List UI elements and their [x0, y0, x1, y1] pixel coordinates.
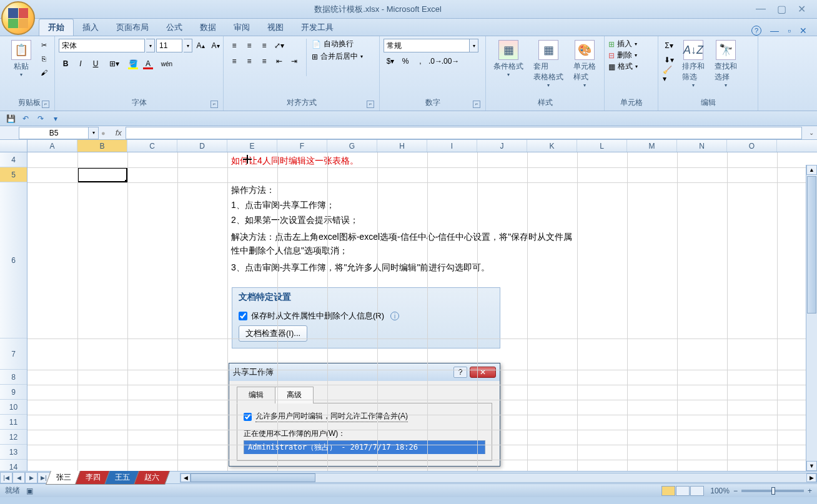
help-icon[interactable]: ?: [751, 26, 761, 36]
sort-filter-button[interactable]: A↓Z排序和 筛选▾: [678, 39, 708, 89]
row-header-9[interactable]: 9: [0, 385, 27, 400]
merge-center-button[interactable]: ⊞合并后居中▾: [312, 51, 363, 62]
fill-color-button[interactable]: 🪣: [126, 57, 140, 71]
row-header-10[interactable]: 10: [0, 400, 27, 415]
zoom-out-button[interactable]: −: [733, 487, 738, 495]
increase-font-button[interactable]: A▴: [194, 39, 207, 52]
decrease-indent-button[interactable]: ⇤: [272, 54, 286, 68]
dialog-help-button[interactable]: ?: [453, 367, 467, 378]
row-header-6[interactable]: 6: [0, 182, 27, 338]
zoom-thumb[interactable]: [771, 487, 775, 495]
sheet-nav-next[interactable]: ▶: [25, 472, 37, 483]
maximize-button[interactable]: ▢: [777, 3, 786, 15]
col-header-N[interactable]: N: [677, 140, 727, 152]
decrease-decimal-button[interactable]: .00→: [443, 54, 457, 68]
italic-button[interactable]: I: [74, 57, 87, 71]
increase-decimal-button[interactable]: .0→: [428, 54, 442, 68]
zoom-level[interactable]: 100%: [710, 487, 730, 495]
hscroll-thumb[interactable]: [191, 473, 315, 482]
ribbon-minimize-icon[interactable]: —: [770, 26, 779, 36]
conditional-format-button[interactable]: ▦条件格式▾: [490, 39, 527, 79]
tab-review[interactable]: 审阅: [225, 19, 259, 36]
copy-button[interactable]: ⎘: [37, 52, 50, 65]
align-center-button[interactable]: ≡: [242, 54, 256, 68]
autosum-button[interactable]: Σ▾: [662, 39, 676, 52]
border-button[interactable]: ⊞▾: [107, 57, 121, 71]
increase-indent-button[interactable]: ⇥: [287, 54, 301, 68]
fill-button[interactable]: ⬇▾: [662, 53, 676, 67]
office-button[interactable]: [1, 1, 35, 35]
bold-button[interactable]: B: [59, 57, 72, 71]
name-box-dd[interactable]: ▾: [89, 127, 99, 139]
minimize-button[interactable]: —: [756, 3, 766, 15]
col-header-K[interactable]: K: [527, 140, 577, 152]
col-header-D[interactable]: D: [177, 140, 227, 152]
document-inspector-button[interactable]: 文档检查器(I)...: [239, 325, 307, 342]
align-bottom-button[interactable]: ≡: [257, 39, 271, 52]
font-name-dd[interactable]: ▾: [146, 39, 155, 52]
sheet-nav-prev[interactable]: ◀: [12, 472, 25, 483]
sheet-nav-first[interactable]: |◀: [0, 472, 12, 483]
currency-button[interactable]: $▾: [384, 54, 397, 68]
hscroll-left-button[interactable]: ◀: [181, 473, 191, 482]
tab-developer[interactable]: 开发工具: [292, 19, 342, 36]
col-header-A[interactable]: A: [27, 140, 77, 152]
align-launcher[interactable]: ⌐: [367, 101, 374, 108]
dialog-close-button[interactable]: ✕: [470, 367, 496, 378]
paste-button[interactable]: 📋 粘贴 ▾: [7, 39, 35, 79]
col-header-J[interactable]: J: [477, 140, 527, 152]
formula-input[interactable]: [126, 127, 802, 139]
phonetic-button[interactable]: wén: [160, 57, 174, 71]
col-header-L[interactable]: L: [577, 140, 627, 152]
table-format-button[interactable]: ▦套用 表格格式▾: [530, 39, 567, 89]
name-box[interactable]: B5: [19, 127, 89, 139]
col-header-E[interactable]: E: [227, 140, 277, 152]
qat-redo-button[interactable]: ↷: [35, 113, 46, 124]
tab-view[interactable]: 视图: [259, 19, 292, 36]
qat-undo-button[interactable]: ↶: [20, 113, 31, 124]
scroll-up-button[interactable]: ▲: [806, 165, 817, 175]
comma-button[interactable]: ,: [413, 54, 427, 68]
clear-button[interactable]: 🧹▾: [662, 67, 676, 81]
col-header-I[interactable]: I: [427, 140, 477, 152]
decrease-font-button[interactable]: A▾: [209, 39, 222, 52]
number-format-dd[interactable]: ▾: [470, 39, 478, 52]
ribbon-close-icon[interactable]: ✕: [800, 26, 807, 36]
dialog-tab-advanced[interactable]: 高级: [275, 387, 314, 403]
cut-button[interactable]: ✂: [37, 39, 50, 51]
vscroll-thumb[interactable]: [807, 176, 816, 314]
format-painter-button[interactable]: 🖌: [37, 66, 50, 79]
horizontal-scrollbar[interactable]: ◀ ▶: [180, 473, 817, 483]
user-list-item[interactable]: Administrator（独占） - 2017/7/17 18:26: [244, 441, 485, 454]
qat-customize-button[interactable]: ▾: [50, 113, 61, 124]
cell-styles-button[interactable]: 🎨单元格 样式▾: [570, 39, 600, 89]
col-header-O[interactable]: O: [727, 140, 777, 152]
vertical-scrollbar[interactable]: ▲ ▼: [806, 165, 817, 471]
number-launcher[interactable]: ⌐: [473, 101, 480, 108]
zoom-slider[interactable]: [741, 490, 804, 492]
font-launcher[interactable]: ⌐: [210, 101, 218, 108]
tab-pagelayout[interactable]: 页面布局: [107, 19, 157, 36]
scroll-down-button[interactable]: ▼: [806, 461, 817, 471]
qat-save-button[interactable]: 💾: [5, 113, 16, 124]
col-header-H[interactable]: H: [377, 140, 427, 152]
sheet-tab-zhaoliu[interactable]: 赵六: [134, 471, 170, 485]
row-header-12[interactable]: 12: [0, 430, 27, 445]
row-header-14[interactable]: 14: [0, 460, 27, 471]
ribbon-restore-icon[interactable]: ▫: [788, 26, 791, 36]
macro-record-icon[interactable]: ▣: [26, 487, 33, 495]
wrap-text-button[interactable]: 📄自动换行: [312, 39, 363, 49]
font-size-select[interactable]: 11: [156, 39, 182, 52]
percent-button[interactable]: %: [399, 54, 412, 68]
delete-cells-button[interactable]: ⊟删除▾: [608, 50, 637, 61]
find-select-button[interactable]: 🔭查找和 选择▾: [711, 39, 741, 89]
user-list[interactable]: Administrator（独占） - 2017/7/17 18:26: [244, 440, 485, 454]
orientation-button[interactable]: ⤢▾: [272, 39, 286, 52]
remove-personal-info-checkbox[interactable]: [239, 312, 247, 320]
hscroll-right-button[interactable]: ▶: [806, 473, 816, 482]
col-header-M[interactable]: M: [627, 140, 677, 152]
row-header-13[interactable]: 13: [0, 445, 27, 460]
font-name-select[interactable]: 宋体: [59, 39, 145, 52]
row-header-7[interactable]: 7: [0, 338, 27, 370]
col-header-F[interactable]: F: [277, 140, 327, 152]
